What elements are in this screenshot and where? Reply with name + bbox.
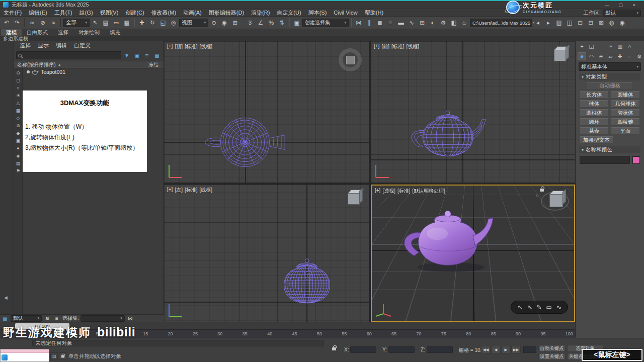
viewport-label-segment[interactable]: [+] (167, 43, 173, 50)
explorer-menu-item[interactable]: 选择 (16, 42, 34, 49)
lock-explorer-icon[interactable]: ▣ (132, 51, 141, 60)
cameras-category-icon[interactable]: ▱ (606, 52, 615, 60)
rollout-object-type[interactable]: 对象类型 (579, 73, 640, 80)
menu-item[interactable]: 工具(T) (51, 9, 76, 17)
display-spacewarps-icon[interactable]: ◇ (15, 115, 22, 122)
menu-item[interactable]: 视图(V) (97, 9, 122, 17)
current-frame-field[interactable] (523, 346, 536, 353)
viewport-left[interactable]: [+][左][标准][线框] (164, 185, 369, 322)
primitive-button[interactable]: 四棱锥 (611, 118, 640, 126)
angle-snap-icon[interactable]: ∠ (256, 18, 266, 28)
viewport-label-segment[interactable]: [透视] (382, 188, 395, 195)
undo-icon[interactable]: ↶ (2, 18, 12, 28)
primitive-button[interactable]: 长方体 (580, 91, 609, 99)
crossing-select-icon[interactable]: ▦ (122, 18, 132, 28)
selection-lock-toggle-icon[interactable] (59, 352, 66, 360)
viewport-front[interactable]: [+][前][标准][线框] (371, 41, 575, 183)
motion-tab-icon[interactable]: ◔ (606, 42, 615, 50)
scene-explorer-toggle-icon[interactable]: ≣ (375, 18, 385, 28)
primitive-button[interactable]: 茶壶 (580, 127, 609, 135)
primitive-button[interactable]: 圆环 (580, 118, 609, 126)
search-3ds-icon[interactable]: ◉ (617, 18, 627, 28)
align-icon[interactable]: ∥ (364, 18, 374, 28)
z-coordinate-field[interactable] (427, 346, 453, 353)
create-tab-icon[interactable]: + (578, 42, 586, 50)
viewport-label-segment[interactable]: [线框] (200, 187, 213, 194)
filter-funnel-icon[interactable]: ▼ (122, 51, 131, 60)
bind-spacewarp-icon[interactable]: ≈ (48, 18, 58, 28)
ribbon-tab[interactable]: 对象绘制 (73, 29, 105, 36)
viewcube[interactable] (348, 193, 360, 205)
viewcube[interactable] (549, 194, 563, 207)
primitive-button[interactable]: 平面 (611, 127, 640, 135)
ribbon-tab[interactable]: 选择 (53, 29, 73, 36)
select-link-icon[interactable]: ∞ (27, 18, 37, 28)
explorer-menu-item[interactable]: 显示 (34, 42, 52, 49)
visibility-dot-icon[interactable] (27, 70, 30, 73)
display-helpers-icon[interactable]: ▦ (15, 107, 22, 114)
object-name-field[interactable] (580, 156, 630, 164)
viewport-label-segment[interactable]: [左] (175, 187, 183, 194)
display-toggle-icon[interactable]: ⊟ (586, 18, 596, 28)
viewport-label-segment[interactable]: [标准] (391, 43, 405, 50)
display-groups-icon[interactable]: ⊕ (15, 122, 22, 129)
viewcube[interactable] (554, 49, 566, 61)
schematic-view-icon[interactable]: ⊞ (417, 18, 427, 28)
utilities-tab-icon[interactable]: ⌂ (625, 42, 634, 50)
select-add-overlay-icon[interactable]: ⇖ (527, 304, 532, 311)
workspace-select[interactable]: 默认 (603, 10, 641, 17)
primitive-category-select[interactable]: 标准基本体 (579, 62, 641, 71)
project-folder-select[interactable]: C:\Users\ad...\ds Max 2025 (470, 19, 532, 27)
play-icon[interactable]: ▶ (501, 346, 511, 353)
primitive-button[interactable]: 管状体 (611, 109, 640, 117)
viewport-perspective[interactable]: [+][透视][标准][默认明暗处理] ⌂ (371, 185, 575, 322)
redo-icon[interactable]: ↷ (12, 18, 22, 28)
explorer-menu-item[interactable]: 自定义 (70, 42, 94, 49)
viewport-label-segment[interactable]: [+] (167, 187, 173, 194)
render-icon[interactable]: ♨ (459, 18, 469, 28)
viewport-label-segment[interactable]: [+] (374, 43, 379, 50)
teapot-wireframe-left[interactable] (259, 247, 355, 319)
transform-lock-icon[interactable] (332, 347, 336, 350)
primitive-button[interactable]: 圆锥体 (611, 91, 640, 99)
percent-snap-icon[interactable]: % (266, 18, 276, 28)
menu-item[interactable]: 修改器(M) (148, 9, 180, 17)
viewport-label-segment[interactable]: [线框] (407, 43, 420, 50)
maxscript-mini-listener[interactable] (0, 349, 49, 362)
display-lights-icon[interactable]: ☀ (15, 92, 22, 99)
viewport-label-segment[interactable]: [标准] (185, 43, 198, 50)
menu-item[interactable]: 图形编辑器(D) (205, 9, 248, 17)
menu-item[interactable]: 脚本(S) (305, 9, 331, 17)
viewcube-home-icon[interactable]: ⌂ (536, 193, 539, 198)
viewcube-face[interactable] (346, 56, 355, 64)
primitive-button[interactable]: 圆柱体 (580, 109, 609, 117)
ribbon-toggle-icon[interactable]: ▬ (396, 18, 406, 28)
curve-editor-icon[interactable]: ∿ (407, 18, 417, 28)
systems-category-icon[interactable]: ⚙ (635, 52, 643, 60)
viewport-label-segment[interactable]: [默认明暗处理] (413, 188, 446, 195)
selection-set-select[interactable] (80, 315, 125, 322)
display-containers-icon[interactable]: ● (15, 145, 22, 152)
rendered-frame-icon[interactable]: ◧ (449, 18, 459, 28)
display-materials-icon[interactable]: ◈ (15, 152, 22, 159)
collapse-panel-icon[interactable]: ◀ (4, 295, 8, 300)
layer-select[interactable]: 默认 (11, 315, 42, 322)
viewport-label-segment[interactable]: [标准] (397, 188, 411, 195)
set-key-button[interactable]: 设置关键点 (538, 353, 566, 360)
go-to-end-icon[interactable]: ▶▶ (511, 346, 521, 353)
ribbon-panel-title[interactable]: 多边形建模 (0, 36, 644, 41)
hierarchy-tab-icon[interactable]: ≣ (597, 42, 605, 50)
material-editor-icon[interactable]: ◐ (428, 18, 438, 28)
snap-toggle-icon[interactable]: 3 (245, 18, 255, 28)
viewport-label-segment[interactable]: [标准] (185, 187, 198, 194)
render-setup-icon[interactable]: ⚙ (438, 18, 448, 28)
display-cameras-icon[interactable]: △ (15, 100, 22, 107)
display-shapes-icon[interactable]: ○ (15, 84, 22, 92)
keyboard-override-icon[interactable]: ⊞ (230, 18, 240, 28)
display-bones-icon[interactable]: ▣ (15, 137, 22, 144)
explorer-column-header[interactable]: 名称(按升序排序) ▲ 冻结 (14, 61, 164, 68)
select-overlay-icon[interactable]: ↖ (517, 304, 522, 311)
help-badge-icon[interactable]: ◍ (607, 18, 617, 28)
maximize-button[interactable]: ▢ (614, 2, 627, 8)
layer-list-icon[interactable]: ≋ (43, 315, 51, 322)
